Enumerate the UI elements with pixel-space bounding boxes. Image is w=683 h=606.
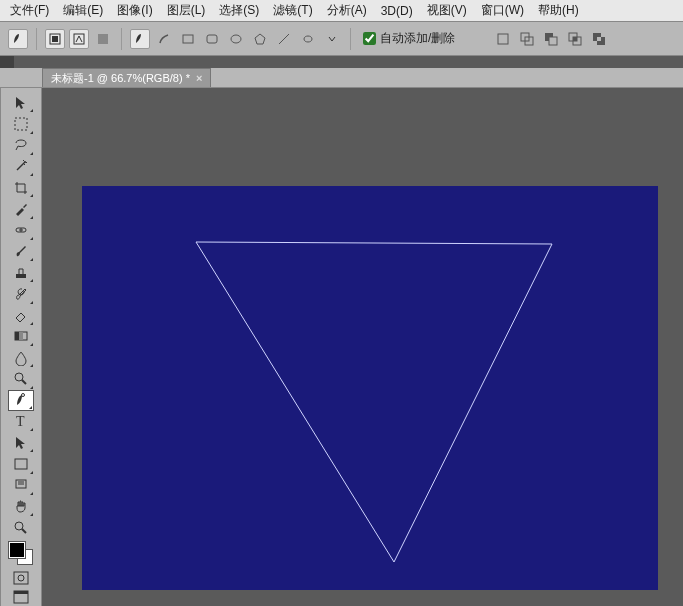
- magic-wand-tool[interactable]: [8, 156, 34, 177]
- menu-help[interactable]: 帮助(H): [532, 0, 585, 21]
- svg-rect-13: [549, 37, 557, 45]
- rectangle-shape-icon[interactable]: [178, 29, 198, 49]
- svg-rect-5: [207, 35, 217, 43]
- options-bar: 自动添加/删除: [0, 22, 683, 56]
- menu-file[interactable]: 文件(F): [4, 0, 55, 21]
- menu-analysis[interactable]: 分析(A): [321, 0, 373, 21]
- dodge-tool[interactable]: [8, 368, 34, 389]
- menu-image[interactable]: 图像(I): [111, 0, 158, 21]
- menu-window[interactable]: 窗口(W): [475, 0, 530, 21]
- auto-add-delete-input[interactable]: [363, 32, 376, 45]
- dropdown-chevron-icon[interactable]: [322, 29, 342, 49]
- svg-line-8: [279, 34, 289, 44]
- svg-point-41: [18, 575, 24, 581]
- toolbox: T: [0, 88, 42, 606]
- polygon-shape-icon[interactable]: [250, 29, 270, 49]
- svg-rect-3: [98, 34, 108, 44]
- auto-add-delete-label: 自动添加/删除: [380, 30, 455, 47]
- svg-rect-26: [16, 274, 26, 278]
- document-tab[interactable]: 未标题-1 @ 66.7%(RGB/8) * ×: [42, 68, 211, 87]
- separator: [350, 28, 351, 50]
- healing-brush-tool[interactable]: [8, 220, 34, 241]
- svg-marker-7: [255, 34, 265, 44]
- svg-point-30: [15, 373, 23, 381]
- hand-tool[interactable]: [8, 496, 34, 517]
- svg-rect-40: [14, 572, 28, 584]
- notes-tool[interactable]: [8, 475, 34, 496]
- svg-rect-34: [15, 459, 27, 469]
- menu-edit[interactable]: 编辑(E): [57, 0, 109, 21]
- history-brush-tool[interactable]: [8, 283, 34, 304]
- zoom-tool[interactable]: [8, 517, 34, 538]
- clone-stamp-tool[interactable]: [8, 262, 34, 283]
- pen-tool[interactable]: [8, 390, 34, 411]
- quick-mask-toggle[interactable]: [9, 569, 33, 586]
- workspace: T: [0, 88, 683, 606]
- svg-rect-28: [15, 332, 19, 340]
- menu-bar: 文件(F) 编辑(E) 图像(I) 图层(L) 选择(S) 滤镜(T) 分析(A…: [0, 0, 683, 22]
- svg-text:T: T: [16, 414, 25, 429]
- svg-rect-20: [15, 118, 27, 130]
- tool-preset-icon[interactable]: [8, 29, 28, 49]
- eraser-tool[interactable]: [8, 305, 34, 326]
- svg-marker-44: [196, 242, 552, 562]
- ellipse-shape-icon[interactable]: [226, 29, 246, 49]
- svg-line-39: [22, 529, 26, 533]
- rounded-rect-shape-icon[interactable]: [202, 29, 222, 49]
- separator: [121, 28, 122, 50]
- marquee-tool[interactable]: [8, 113, 34, 134]
- lasso-tool[interactable]: [8, 135, 34, 156]
- freeform-pen-icon[interactable]: [154, 29, 174, 49]
- custom-shape-icon[interactable]: [298, 29, 318, 49]
- menu-select[interactable]: 选择(S): [213, 0, 265, 21]
- menu-layer[interactable]: 图层(L): [161, 0, 212, 21]
- move-tool[interactable]: [8, 92, 34, 113]
- menu-filter[interactable]: 滤镜(T): [267, 0, 318, 21]
- gradient-tool[interactable]: [8, 326, 34, 347]
- screen-mode-toggle[interactable]: [9, 589, 33, 606]
- blur-tool[interactable]: [8, 347, 34, 368]
- foreground-background-colors[interactable]: [7, 540, 35, 567]
- path-op-exclude-icon[interactable]: [589, 29, 609, 49]
- path-triangle-outline[interactable]: [82, 186, 658, 590]
- svg-rect-43: [14, 591, 28, 594]
- shape-layers-icon[interactable]: [45, 29, 65, 49]
- fill-pixels-icon[interactable]: [93, 29, 113, 49]
- svg-point-38: [15, 522, 23, 530]
- auto-add-delete-checkbox[interactable]: 自动添加/删除: [363, 30, 455, 47]
- paths-mode-icon[interactable]: [69, 29, 89, 49]
- document-canvas[interactable]: [82, 186, 658, 590]
- svg-rect-16: [573, 37, 577, 41]
- svg-rect-9: [498, 34, 508, 44]
- separator: [36, 28, 37, 50]
- svg-line-31: [22, 380, 26, 384]
- path-op-intersect-icon[interactable]: [565, 29, 585, 49]
- brush-tool[interactable]: [8, 241, 34, 262]
- svg-rect-1: [52, 36, 58, 42]
- rectangle-tool[interactable]: [8, 453, 34, 474]
- tab-shelf: [0, 56, 683, 68]
- path-op-add-icon[interactable]: [517, 29, 537, 49]
- document-tab-bar: 未标题-1 @ 66.7%(RGB/8) * ×: [0, 68, 683, 88]
- menu-3d[interactable]: 3D(D): [375, 2, 419, 20]
- eyedropper-tool[interactable]: [8, 198, 34, 219]
- svg-point-6: [231, 35, 241, 43]
- svg-rect-29: [19, 332, 23, 340]
- canvas-viewport[interactable]: [42, 88, 683, 606]
- menu-view[interactable]: 视图(V): [421, 0, 473, 21]
- path-op-subtract-icon[interactable]: [541, 29, 561, 49]
- crop-tool[interactable]: [8, 177, 34, 198]
- line-shape-icon[interactable]: [274, 29, 294, 49]
- foreground-color-swatch[interactable]: [9, 542, 25, 558]
- path-selection-tool[interactable]: [8, 432, 34, 453]
- close-tab-icon[interactable]: ×: [196, 72, 202, 84]
- type-tool[interactable]: T: [8, 411, 34, 432]
- svg-rect-19: [597, 37, 601, 41]
- path-op-new-icon[interactable]: [493, 29, 513, 49]
- svg-rect-4: [183, 35, 193, 43]
- svg-line-21: [17, 162, 25, 170]
- svg-point-32: [22, 394, 25, 397]
- pen-tool-icon[interactable]: [130, 29, 150, 49]
- document-tab-title: 未标题-1 @ 66.7%(RGB/8) *: [51, 71, 190, 86]
